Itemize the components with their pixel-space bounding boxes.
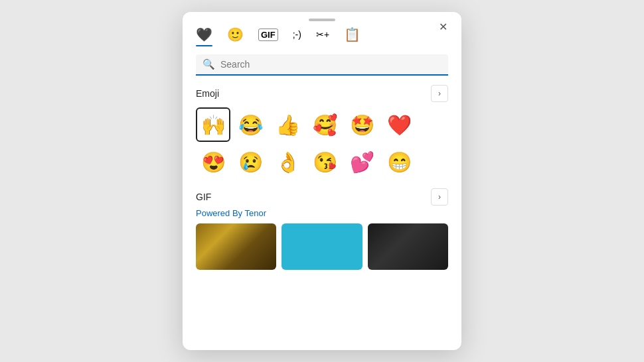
emoticon-icon: ;-) [293,29,301,40]
emoji-item[interactable]: 😍 [196,145,230,179]
emoji-item[interactable]: 🤩 [345,107,379,142]
gif-thumb-content [368,223,448,270]
emoji-item[interactable]: 👍 [270,107,305,142]
emoji-icon: 🙂 [227,27,244,42]
gif-section-arrow[interactable]: › [431,188,448,206]
tab-gif[interactable]: GIF [258,29,278,45]
clipboard-icon: 📋 [344,27,361,42]
special-chars-icon: ✂+ [316,29,329,40]
gif-thumb-content [196,223,276,270]
tab-recent[interactable]: 🖤 [196,27,212,46]
emoji-section-header: Emoji › [196,85,448,102]
emoji-item[interactable]: 🥰 [307,107,342,142]
emoji-section-arrow[interactable]: › [431,85,448,102]
gif-section-header: GIF › [196,188,448,206]
powered-by-tenor[interactable]: Powered By Tenor [196,208,448,218]
gif-thumbnail[interactable] [368,223,448,270]
emoji-item[interactable]: 😁 [382,145,416,179]
emoji-picker-panel: ✕ 🖤 🙂 GIF ;-) ✂+ 📋 🔍 Emoji › 🙌 [183,12,461,350]
gif-section-title: GIF [196,192,211,202]
emoji-item[interactable]: 💕 [345,145,379,179]
tab-bar: 🖤 🙂 GIF ;-) ✂+ 📋 [183,21,461,46]
emoji-grid: 🙌 😂 👍 🥰 🤩 ❤️ 😍 😢 👌 😘 💕 😁 [196,107,448,179]
emoji-item[interactable]: ❤️ [382,107,416,142]
emoji-item[interactable]: 😂 [233,107,268,142]
emoji-section-title: Emoji [196,88,219,99]
gif-thumb-content [282,223,362,270]
gif-row [196,223,448,270]
search-icon: 🔍 [202,58,215,70]
emoji-item[interactable]: 😘 [307,145,342,179]
recent-icon: 🖤 [196,27,212,42]
search-input[interactable] [220,59,442,70]
tab-clipboard[interactable]: 📋 [344,27,361,46]
tab-special-chars[interactable]: ✂+ [316,29,329,44]
scroll-area: Emoji › 🙌 😂 👍 🥰 🤩 ❤️ 😍 😢 👌 😘 💕 😁 GIF › P… [183,76,461,350]
gif-thumbnail[interactable] [196,223,276,270]
close-button[interactable]: ✕ [434,17,452,36]
search-container: 🔍 [196,54,448,76]
tab-emoticon[interactable]: ;-) [293,29,301,44]
gif-thumbnail[interactable] [282,223,362,270]
emoji-item[interactable]: 🙌 [196,107,230,142]
emoji-item[interactable]: 👌 [270,145,305,179]
gif-icon: GIF [258,29,278,41]
emoji-item[interactable]: 😢 [233,145,268,179]
tab-emoji[interactable]: 🙂 [227,27,244,46]
